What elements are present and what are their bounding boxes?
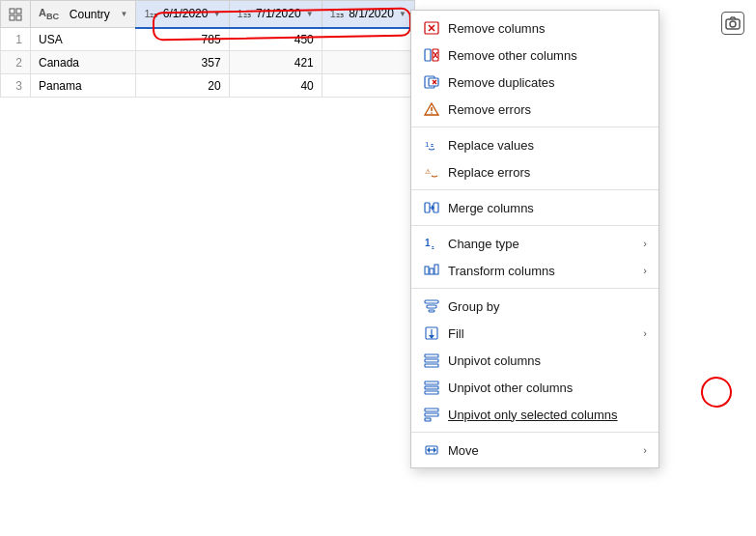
remove-dups-icon xyxy=(423,73,440,91)
svg-rect-41 xyxy=(425,381,438,384)
menu-item-replace-values[interactable]: 1 ₂ Replace values xyxy=(411,131,658,158)
date2-dropdown-arrow[interactable]: ▼ xyxy=(306,10,314,18)
table-wrapper: ABC Country ▼ 1₂₃ 6/1/2020 ▼ xyxy=(0,0,415,98)
svg-rect-46 xyxy=(425,418,431,421)
date2-cell-2: 421 xyxy=(229,51,322,74)
svg-text:1: 1 xyxy=(425,238,431,248)
date3-cell-3 xyxy=(322,74,414,98)
row-num-2: 2 xyxy=(1,51,31,74)
date3-header-label: 8/1/2020 xyxy=(348,7,395,20)
table-row: 1 USA 785 450 xyxy=(1,28,415,51)
date3-dropdown-arrow[interactable]: ▼ xyxy=(399,10,406,18)
date2-cell-3: 40 xyxy=(229,74,322,98)
transform-columns-label: Transform columns xyxy=(448,264,555,278)
main-container: ABC Country ▼ 1₂₃ 6/1/2020 ▼ xyxy=(0,0,756,536)
camera-icon[interactable] xyxy=(721,12,744,35)
move-chevron: › xyxy=(643,444,647,456)
svg-point-19 xyxy=(431,112,433,114)
country-dropdown-arrow[interactable]: ▼ xyxy=(120,10,127,18)
date3-type-icon: 1₂₃ xyxy=(330,8,344,20)
menu-item-unpivot-columns[interactable]: Unpivot columns xyxy=(411,347,658,374)
group-by-label: Group by xyxy=(448,299,499,314)
menu-item-replace-errors[interactable]: ⚠ Replace errors xyxy=(411,158,658,185)
unpivot-selected-columns-label: Unpivot only selected columns xyxy=(448,408,618,422)
menu-item-remove-duplicates[interactable]: Remove duplicates xyxy=(411,69,658,96)
svg-rect-9 xyxy=(425,49,431,61)
annotation-circle-right xyxy=(698,374,734,409)
replace-errors-icon: ⚠ xyxy=(423,163,440,181)
remove-other-columns-label: Remove other columns xyxy=(448,48,577,63)
country-header-label: Country xyxy=(63,8,116,21)
context-menu: Remove columns Remove other columns xyxy=(410,10,659,468)
menu-item-remove-columns[interactable]: Remove columns xyxy=(411,14,658,42)
table-row: 2 Canada 357 421 xyxy=(1,51,415,74)
merge-columns-label: Merge columns xyxy=(448,201,534,215)
svg-rect-2 xyxy=(10,15,14,20)
sep-3 xyxy=(411,225,658,226)
svg-rect-23 xyxy=(425,203,430,212)
replace-errors-label: Replace errors xyxy=(448,165,530,180)
move-left: Move xyxy=(423,441,479,459)
change-type-label: Change type xyxy=(448,237,519,251)
row-num-1: 1 xyxy=(1,28,31,51)
svg-rect-44 xyxy=(425,409,438,411)
date2-header-label: 7/1/2020 xyxy=(255,7,302,20)
table-row: 3 Panama 20 40 xyxy=(1,74,415,98)
menu-item-transform-columns[interactable]: Transform columns › xyxy=(411,257,658,284)
date3-cell-1 xyxy=(322,28,414,51)
remove-other-cols-icon xyxy=(423,46,440,64)
unpivot-selected-cols-icon xyxy=(423,406,440,423)
remove-columns-label: Remove columns xyxy=(448,21,545,36)
remove-errors-label: Remove errors xyxy=(448,102,531,117)
remove-cols-icon xyxy=(423,19,440,37)
change-type-icon: 1 ₂ xyxy=(423,235,440,252)
date3-header[interactable]: 1₂₃ 8/1/2020 ▼ xyxy=(322,1,414,28)
menu-item-move[interactable]: Move › xyxy=(411,437,658,464)
data-table: ABC Country ▼ 1₂₃ 6/1/2020 ▼ xyxy=(0,0,415,98)
svg-rect-14 xyxy=(429,78,438,86)
row-num-3: 3 xyxy=(1,74,31,98)
menu-item-unpivot-other-columns[interactable]: Unpivot other columns xyxy=(411,374,658,401)
date1-cell-3: 20 xyxy=(136,74,229,98)
svg-text:1: 1 xyxy=(425,140,430,149)
menu-item-remove-errors[interactable]: Remove errors xyxy=(411,96,658,123)
svg-rect-40 xyxy=(425,364,438,367)
menu-item-group-by[interactable]: Group by xyxy=(411,293,658,320)
svg-rect-31 xyxy=(434,265,438,274)
svg-rect-43 xyxy=(425,391,438,394)
change-type-left: 1 ₂ Change type xyxy=(423,235,519,252)
change-type-chevron: › xyxy=(643,238,647,249)
date2-type-icon: 1₂₃ xyxy=(238,8,251,20)
transform-cols-icon xyxy=(423,262,440,279)
svg-marker-49 xyxy=(427,447,430,453)
date1-header[interactable]: 1₂₃ 6/1/2020 ▼ xyxy=(136,1,229,28)
move-label: Move xyxy=(448,443,479,458)
country-header[interactable]: ABC Country ▼ xyxy=(31,1,136,28)
date1-header-label: 6/1/2020 xyxy=(162,7,210,20)
menu-item-merge-columns[interactable]: Merge columns xyxy=(411,194,658,221)
menu-item-change-type[interactable]: 1 ₂ Change type › xyxy=(411,230,658,257)
svg-point-5 xyxy=(730,21,736,27)
sep-4 xyxy=(411,288,658,289)
unpivot-cols-icon xyxy=(423,352,440,369)
svg-rect-33 xyxy=(427,305,436,308)
date1-dropdown-arrow[interactable]: ▼ xyxy=(213,10,221,18)
svg-text:₂: ₂ xyxy=(432,243,434,250)
group-by-icon xyxy=(423,297,440,315)
country-cell-1: USA xyxy=(31,28,136,51)
merge-cols-icon xyxy=(423,199,440,216)
fill-icon xyxy=(423,324,440,342)
replace-values-label: Replace values xyxy=(448,138,534,153)
fill-chevron: › xyxy=(643,327,647,339)
menu-item-unpivot-selected-columns[interactable]: Unpivot only selected columns xyxy=(411,401,658,428)
table-icon xyxy=(9,8,22,21)
menu-item-remove-other-columns[interactable]: Remove other columns xyxy=(411,42,658,69)
svg-text:₂: ₂ xyxy=(431,140,434,149)
menu-item-fill[interactable]: Fill › xyxy=(411,320,658,347)
svg-rect-38 xyxy=(425,354,438,357)
date2-header[interactable]: 1₂₃ 7/1/2020 ▼ xyxy=(229,1,322,28)
svg-rect-39 xyxy=(425,359,438,362)
svg-rect-0 xyxy=(10,9,14,14)
unpivot-other-cols-icon xyxy=(423,379,440,396)
svg-rect-30 xyxy=(430,268,434,274)
